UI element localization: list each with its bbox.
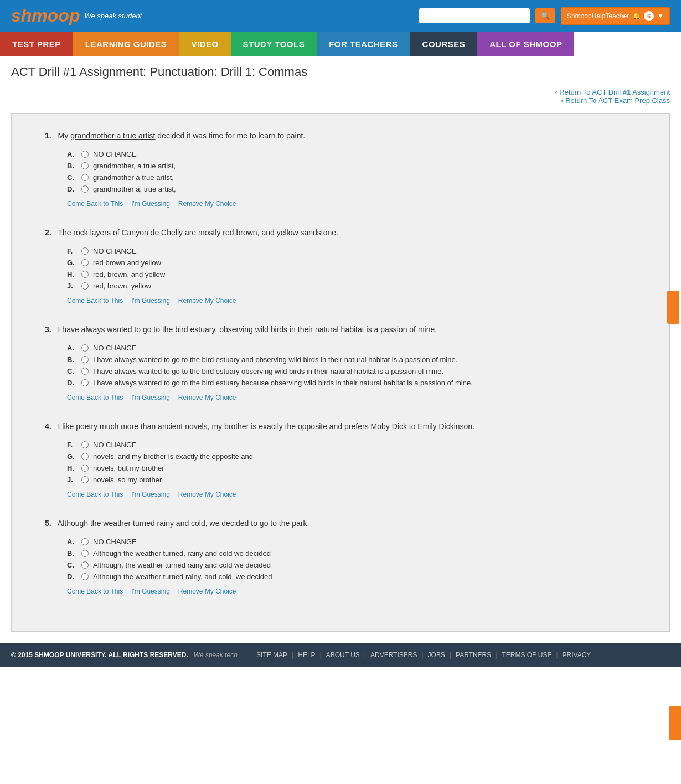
choice-2j-text: red, brown, yellow — [93, 282, 151, 290]
question-4-text: 4. I like poetry much more than ancient … — [45, 421, 636, 432]
question-2-actions: Come Back to This I'm Guessing Remove My… — [67, 297, 636, 305]
footer-partners[interactable]: PARTNERS — [456, 651, 491, 659]
choice-5a-radio[interactable] — [81, 538, 89, 545]
nav-test-prep[interactable]: TEST PREP — [0, 32, 73, 56]
choice-5c-radio[interactable] — [81, 561, 89, 569]
q1-remove-choice[interactable]: Remove My Choice — [178, 200, 236, 208]
choice-1c-text: grandmother a true artist, — [93, 173, 174, 182]
q2-come-back[interactable]: Come Back to This — [67, 297, 123, 305]
choice-1d: D. grandmother a, true artist, — [67, 185, 636, 193]
choice-3a-text: NO CHANGE — [93, 344, 137, 352]
choice-1b: B. grandmother, a true artist, — [67, 162, 636, 170]
choice-5d-radio[interactable] — [81, 573, 89, 580]
question-1: 1. My grandmother a true artist decided … — [45, 130, 636, 208]
choice-3a-radio[interactable] — [81, 344, 89, 352]
q3-come-back[interactable]: Come Back to This — [67, 394, 123, 401]
breadcrumb-area: ‹ Return To ACT Drill #1 Assignment ‹ Re… — [0, 82, 681, 110]
choice-1a-text: NO CHANGE — [93, 150, 137, 158]
q2-guessing[interactable]: I'm Guessing — [131, 297, 170, 305]
q5-remove-choice[interactable]: Remove My Choice — [178, 587, 236, 595]
choice-3c-radio[interactable] — [81, 368, 89, 375]
question-4-underline: novels, my brother is exactly the opposi… — [185, 422, 342, 431]
top-bar: shmoop We speak student 🔍 ShmoopHelpTeac… — [0, 0, 681, 32]
quiz-container: 1. My grandmother a true artist decided … — [11, 113, 670, 632]
q1-come-back[interactable]: Come Back to This — [67, 200, 123, 208]
choice-1a-radio[interactable] — [81, 151, 89, 158]
footer-help[interactable]: HELP — [298, 651, 315, 659]
choice-4f-radio[interactable] — [81, 441, 89, 448]
choice-1b-radio[interactable] — [81, 162, 89, 169]
choice-1d-text: grandmother a, true artist, — [93, 185, 176, 193]
choice-5b-radio[interactable] — [81, 550, 89, 557]
search-button[interactable]: 🔍 — [535, 8, 555, 23]
q5-guessing[interactable]: I'm Guessing — [131, 587, 170, 595]
question-2-choices: F. NO CHANGE G. red brown and yellow H. … — [67, 247, 636, 290]
footer-privacy[interactable]: PRIVACY — [563, 651, 591, 659]
q2-remove-choice[interactable]: Remove My Choice — [178, 297, 236, 305]
question-5-underline: Although the weather turned rainy and co… — [58, 519, 249, 528]
choice-4j-text: novels, so my brother — [93, 476, 162, 484]
question-2: 2. The rock layers of Canyon de Chelly a… — [45, 227, 636, 305]
footer-terms[interactable]: TERMS OF USE — [502, 651, 551, 659]
choice-3d-radio[interactable] — [81, 379, 89, 386]
nav-learning-guides[interactable]: LEARNING GUIDES — [73, 32, 179, 56]
footer-tagline: We speak tech — [194, 651, 238, 659]
q4-remove-choice[interactable]: Remove My Choice — [178, 491, 236, 498]
search-input[interactable] — [419, 8, 530, 23]
nav-all-shmoop[interactable]: ALL OF SHMOOP — [477, 32, 574, 56]
page-title-area: ACT Drill #1 Assignment: Punctuation: Dr… — [0, 56, 681, 82]
q5-come-back[interactable]: Come Back to This — [67, 587, 123, 595]
footer-advertisers[interactable]: ADVERTISERS — [370, 651, 417, 659]
nav-courses[interactable]: COURSES — [410, 32, 478, 56]
question-5-actions: Come Back to This I'm Guessing Remove My… — [67, 587, 636, 595]
choice-2g-text: red brown and yellow — [93, 259, 161, 267]
user-menu-button[interactable]: ShmoopHelpTeacher 🔔 6 ▼ — [561, 7, 670, 25]
footer-sitemap[interactable]: SITE MAP — [256, 651, 287, 659]
q1-guessing[interactable]: I'm Guessing — [131, 200, 170, 208]
q4-guessing[interactable]: I'm Guessing — [131, 491, 170, 498]
choice-2f-radio[interactable] — [81, 247, 89, 255]
dropdown-arrow-icon: ▼ — [657, 12, 664, 20]
choice-3b-radio[interactable] — [81, 356, 89, 363]
choice-1b-text: grandmother, a true artist, — [93, 162, 176, 170]
choice-4j-radio[interactable] — [81, 476, 89, 483]
q4-come-back[interactable]: Come Back to This — [67, 491, 123, 498]
choice-4g-radio[interactable] — [81, 453, 89, 460]
choice-4h-text: novels, but my brother — [93, 464, 164, 472]
choice-1d-radio[interactable] — [81, 185, 89, 193]
choice-5c: C. Although, the weather turned rainy an… — [67, 561, 636, 569]
breadcrumb-exam-prep[interactable]: ‹ Return To ACT Exam Prep Class — [11, 96, 670, 105]
choice-1c-radio[interactable] — [81, 174, 89, 181]
nav-for-teachers[interactable]: FOR TEACHERS — [317, 32, 410, 56]
q3-guessing[interactable]: I'm Guessing — [131, 394, 170, 401]
choice-2g-radio[interactable] — [81, 259, 89, 266]
choice-1a: A. NO CHANGE — [67, 150, 636, 158]
footer: © 2015 SHMOOP UNIVERSITY. ALL RIGHTS RES… — [0, 643, 681, 667]
choice-4f-text: NO CHANGE — [93, 441, 137, 449]
footer-about[interactable]: ABOUT US — [326, 651, 360, 659]
choice-4h: H. novels, but my brother — [67, 464, 636, 472]
nav-bar: TEST PREP LEARNING GUIDES VIDEO STUDY TO… — [0, 32, 681, 56]
question-1-choices: A. NO CHANGE B. grandmother, a true arti… — [67, 150, 636, 193]
nav-study-tools[interactable]: STUDY TOOLS — [231, 32, 317, 56]
scroll-tab[interactable] — [667, 291, 679, 324]
choice-5d-text: Although the weather turned rainy, and c… — [93, 572, 272, 581]
choice-4g-text: novels, and my brother is exactly the op… — [93, 452, 253, 461]
choice-4g: G. novels, and my brother is exactly the… — [67, 452, 636, 461]
choice-3b: B. I have always wanted to go to the bir… — [67, 355, 636, 364]
header-right: 🔍 ShmoopHelpTeacher 🔔 6 ▼ — [419, 7, 670, 25]
footer-jobs[interactable]: JOBS — [428, 651, 445, 659]
nav-video[interactable]: VIDEO — [179, 32, 230, 56]
q3-remove-choice[interactable]: Remove My Choice — [178, 394, 236, 401]
choice-2h-text: red, brown, and yellow — [93, 270, 165, 278]
breadcrumb-assignment[interactable]: ‹ Return To ACT Drill #1 Assignment — [11, 88, 670, 96]
choice-2j-radio[interactable] — [81, 282, 89, 290]
choice-3c: C. I have always wanted to go to the bir… — [67, 367, 636, 375]
choice-2h-radio[interactable] — [81, 271, 89, 278]
choice-2h: H. red, brown, and yellow — [67, 270, 636, 278]
question-4-actions: Come Back to This I'm Guessing Remove My… — [67, 491, 636, 498]
logo-tagline: We speak student — [84, 12, 142, 20]
question-3-actions: Come Back to This I'm Guessing Remove My… — [67, 394, 636, 401]
question-1-text: 1. My grandmother a true artist decided … — [45, 130, 636, 142]
choice-4h-radio[interactable] — [81, 465, 89, 472]
